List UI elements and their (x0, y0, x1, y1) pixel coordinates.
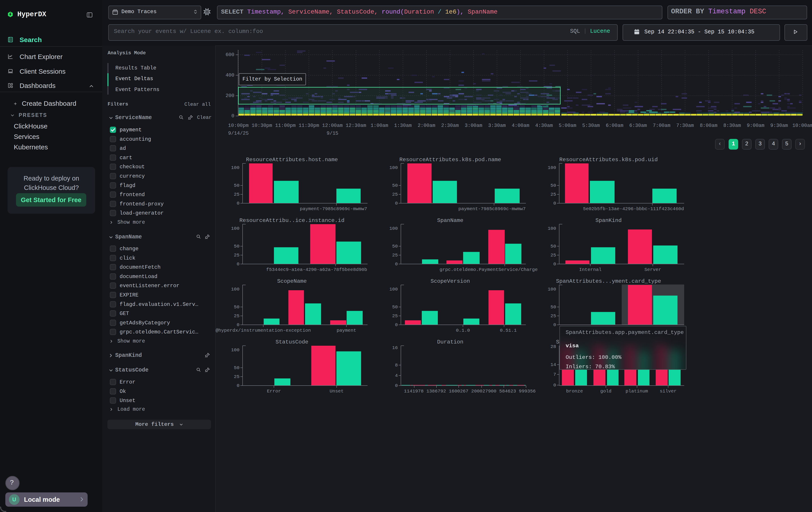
svg-text:50: 50 (551, 183, 556, 188)
svg-text:silver: silver (660, 389, 676, 394)
svg-text:50: 50 (234, 183, 239, 188)
svg-text:payment-7985c8969c-mwmw7: payment-7985c8969c-mwmw7 (459, 206, 526, 212)
svg-text:100: 100 (231, 226, 239, 231)
svg-text:7:30am: 7:30am (676, 123, 694, 129)
svg-text:0.1.0: 0.1.0 (456, 328, 470, 333)
svg-text:9/15: 9/15 (327, 131, 339, 136)
svg-text:50: 50 (551, 304, 556, 309)
svg-text:25: 25 (551, 253, 556, 258)
svg-text:9:30am: 9:30am (771, 123, 788, 129)
svg-text:StatusCode: StatusCode (276, 339, 309, 345)
svg-text:Server: Server (644, 267, 661, 272)
svg-text:SpanName: SpanName (437, 217, 463, 223)
svg-text:1:00am: 1:00am (371, 123, 388, 129)
svg-text:12:30am: 12:30am (346, 123, 366, 129)
svg-text:50: 50 (234, 365, 239, 371)
svg-text:Internal: Internal (579, 267, 602, 272)
svg-text:11:30pm: 11:30pm (299, 123, 319, 129)
svg-text:25: 25 (551, 192, 556, 197)
svg-text:100: 100 (548, 226, 556, 231)
svg-text:9:00am: 9:00am (747, 123, 764, 129)
svg-text:50: 50 (392, 244, 398, 249)
svg-text:100: 100 (389, 165, 398, 170)
svg-text:11:00pm: 11:00pm (275, 123, 295, 129)
svg-text:200: 200 (226, 93, 234, 99)
svg-text:8:00am: 8:00am (700, 123, 717, 129)
svg-text:Duration: Duration (437, 339, 463, 345)
svg-text:100: 100 (548, 165, 556, 170)
svg-text:100: 100 (548, 287, 556, 292)
svg-text:0: 0 (553, 322, 556, 327)
svg-text:0: 0 (553, 201, 556, 206)
svg-text:0: 0 (237, 201, 239, 206)
svg-text:3:30am: 3:30am (488, 123, 506, 129)
svg-text:4: 4 (395, 373, 398, 378)
svg-text:50: 50 (392, 304, 398, 309)
svg-text:platinum: platinum (626, 389, 648, 394)
svg-text:1141978 1386792 1600267 200027: 1141978 1386792 1600267 200027900 584623… (404, 389, 535, 394)
svg-text:6:00am: 6:00am (606, 123, 623, 129)
svg-text:5:00am: 5:00am (559, 123, 576, 129)
svg-text:50: 50 (234, 244, 239, 249)
svg-text:0: 0 (553, 262, 556, 267)
svg-text:ScopeName: ScopeName (277, 278, 307, 284)
svg-text:25: 25 (234, 192, 239, 197)
svg-text:f5344ec9-a1ea-4290-a62a-78f5be: f5344ec9-a1ea-4290-a62a-78f5bee8d90b (266, 267, 367, 272)
svg-text:25: 25 (392, 192, 398, 197)
svg-text:100: 100 (389, 226, 398, 231)
svg-text:25: 25 (234, 253, 239, 258)
svg-text:10:00pm: 10:00pm (228, 123, 249, 129)
svg-text:0: 0 (237, 322, 239, 327)
svg-text:50: 50 (392, 183, 398, 188)
svg-text:grpc.oteldemo.PaymentService/C: grpc.oteldemo.PaymentService/Charge (440, 267, 538, 272)
svg-text:ResourceAttribu..ice.instance.: ResourceAttribu..ice.instance.id (239, 217, 344, 223)
svg-text:600: 600 (226, 52, 234, 58)
svg-text:10:30pm: 10:30pm (252, 123, 272, 129)
svg-text:100: 100 (231, 348, 239, 353)
svg-text:5:30am: 5:30am (582, 123, 600, 129)
svg-text:ResourceAttributes.k8s.pod.uid: ResourceAttributes.k8s.pod.uid (559, 157, 658, 163)
svg-text:400: 400 (226, 73, 234, 78)
svg-text:25: 25 (234, 314, 239, 319)
svg-text:100: 100 (231, 165, 239, 170)
svg-text:7:00am: 7:00am (653, 123, 670, 129)
svg-text:9/14/25: 9/14/25 (228, 131, 249, 136)
svg-text:7: 7 (553, 372, 556, 377)
svg-text:1:30am: 1:30am (394, 123, 412, 129)
svg-text:6:30am: 6:30am (629, 123, 647, 129)
svg-text:0: 0 (231, 113, 234, 119)
svg-text:100: 100 (389, 287, 398, 292)
svg-text:Error: Error (267, 389, 281, 394)
svg-text:@hyperdx/instrumentation-excep: @hyperdx/instrumentation-exception (216, 328, 311, 333)
svg-text:25: 25 (234, 374, 239, 379)
svg-text:0: 0 (237, 383, 239, 388)
svg-text:ResourceAttributes.k8s.pod.nam: ResourceAttributes.k8s.pod.name (399, 157, 501, 163)
svg-text:SpanKind: SpanKind (596, 217, 622, 223)
svg-text:gold: gold (600, 389, 611, 394)
svg-text:0: 0 (553, 383, 556, 388)
svg-text:10:00am: 10:00am (792, 123, 812, 129)
svg-text:25: 25 (392, 253, 398, 258)
svg-text:12:00am: 12:00am (322, 123, 343, 129)
svg-text:8:30am: 8:30am (723, 123, 741, 129)
svg-text:0: 0 (395, 322, 398, 327)
svg-text:4:30am: 4:30am (535, 123, 553, 129)
svg-text:ScopeVersion: ScopeVersion (431, 278, 470, 284)
svg-text:bronze: bronze (566, 389, 583, 394)
svg-text:25: 25 (551, 314, 556, 319)
svg-text:50: 50 (234, 304, 239, 309)
svg-text:0: 0 (395, 201, 398, 206)
svg-text:28: 28 (551, 344, 556, 349)
svg-text:0.51.1: 0.51.1 (500, 328, 517, 333)
svg-text:SpanAttributes...yment.card_ty: SpanAttributes...yment.card_type (556, 278, 661, 284)
svg-text:5e02b5fb-13ae-4296-bbbc-111f42: 5e02b5fb-13ae-4296-bbbc-111f423c460d (583, 206, 684, 212)
svg-text:ResourceAttributes.host.name: ResourceAttributes.host.name (246, 157, 338, 163)
svg-text:16: 16 (392, 345, 398, 350)
svg-text:25: 25 (392, 314, 398, 319)
svg-text:payment-7985c8969c-mwmw7: payment-7985c8969c-mwmw7 (300, 206, 367, 212)
svg-text:50: 50 (551, 244, 556, 249)
svg-text:14: 14 (551, 362, 556, 367)
svg-text:3:00am: 3:00am (465, 123, 482, 129)
svg-text:2:30am: 2:30am (441, 123, 459, 129)
svg-text:0: 0 (395, 383, 398, 388)
